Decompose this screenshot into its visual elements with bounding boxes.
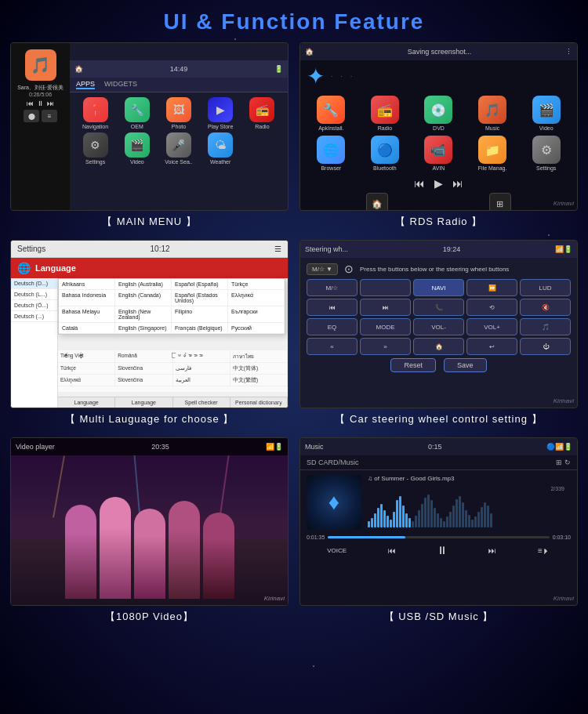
app-playstore[interactable]: ▶ Play Store <box>201 97 240 129</box>
btn-power[interactable]: ⏻ <box>520 338 571 355</box>
btn-repeat[interactable]: ⟲ <box>466 299 517 316</box>
dd-cell[interactable]: Bahasa Melayu <box>59 306 115 323</box>
dd-cell[interactable]: English (Australia) <box>115 279 172 290</box>
btn-home[interactable]: 🏠 <box>413 338 464 355</box>
progress-track[interactable] <box>328 536 549 538</box>
lang-cell[interactable]: 中文(繁體) <box>230 375 288 386</box>
steering-btns-1: M/☆ NAVI ⏩ LUD <box>307 279 571 296</box>
next-icon[interactable]: ⏭ <box>47 100 54 107</box>
dd-cell[interactable]: English (Canada) <box>115 290 172 306</box>
app-bluetooth[interactable]: 🔵 Bluetooth <box>361 136 410 171</box>
app-photo[interactable]: 🖼 Photo <box>159 97 198 129</box>
btn-next[interactable]: ⏭ <box>360 299 411 316</box>
btn-phone[interactable]: 📞 <box>413 299 464 316</box>
lang-cell[interactable]: العربية <box>173 375 230 386</box>
voice-label[interactable]: VOICE <box>327 547 347 554</box>
dd-cell[interactable]: Español (España) <box>172 279 228 290</box>
lang-cell[interactable]: Türkçe <box>58 363 115 375</box>
app-navigation[interactable]: 📍 Navigation <box>76 97 114 129</box>
prev-icon[interactable]: ⏮ <box>27 100 34 107</box>
btn-mstar[interactable]: M/☆ <box>307 279 358 296</box>
play-btn[interactable]: ⏸ <box>437 544 448 556</box>
dd-cell[interactable]: Català <box>59 323 115 334</box>
dd-cell[interactable]: Русский <box>228 323 285 334</box>
btn-rwnd[interactable]: « <box>307 338 358 355</box>
list-btn[interactable]: ≡⏵ <box>538 546 550 555</box>
app-settings[interactable]: ⚙ Settings <box>76 132 114 165</box>
dd-cell[interactable]: Ελληνικά <box>228 290 285 306</box>
bot-spell[interactable]: Spell checker <box>173 397 230 408</box>
lang-cell[interactable]: ภาษาไทย <box>230 350 288 363</box>
dd-cell[interactable]: Български <box>228 306 285 323</box>
dd-cell[interactable]: Español (Estados Unidos) <box>172 290 228 306</box>
lang-item[interactable]: Deutsch (Ö...) <box>11 300 57 311</box>
dd-row-1: Afrikaans English (Australia) Español (E… <box>59 279 285 290</box>
dd-cell[interactable]: Türkçe <box>228 279 285 290</box>
lang-cell[interactable]: Ελληνικά <box>58 375 115 386</box>
lang-cell[interactable]: Slovenčina <box>115 375 172 386</box>
app-settings-rds[interactable]: ⚙ Settings <box>521 136 571 171</box>
btn-navi[interactable]: NAVI <box>413 279 464 296</box>
btn-fwd[interactable]: » <box>360 338 411 355</box>
btn-lud[interactable]: LUD <box>520 279 571 296</box>
page-title: UI & Function Feature <box>0 0 588 42</box>
dd-cell[interactable]: Afrikaans <box>59 279 115 290</box>
tab-widgets[interactable]: WIDGETS <box>104 80 137 89</box>
btn-mute[interactable]: 🔇 <box>520 299 571 316</box>
lang-item[interactable]: Deutsch (...) <box>11 311 57 322</box>
menu-btn[interactable]: ≡ <box>42 110 57 122</box>
next-ctrl[interactable]: ⏭ <box>452 177 463 190</box>
app-voice[interactable]: 🎤 Voice Sea.. <box>159 132 198 165</box>
app-apkinstall[interactable]: 🔧 ApkInstall. <box>307 96 356 131</box>
app-filemanager[interactable]: 📁 File Manag. <box>468 136 517 171</box>
reset-btn[interactable]: Reset <box>390 358 436 372</box>
btn-menu[interactable]: ⊞ <box>489 193 511 211</box>
dd-cell[interactable]: Bahasa Indonesia <box>59 290 115 306</box>
app-dvd[interactable]: 💿 DVD <box>414 96 463 131</box>
lang-cell[interactable]: 中文(简体) <box>230 363 288 375</box>
btn-bt[interactable]: 🎵 <box>520 318 571 335</box>
btn-back[interactable]: ↩ <box>466 338 517 355</box>
app-weather[interactable]: 🌤 Weather <box>201 132 240 165</box>
btn-ff[interactable]: ⏩ <box>466 279 517 296</box>
steering-btns-3: EQ MODE VOL- VOL+ 🎵 <box>307 318 571 335</box>
next-btn[interactable]: ⏭ <box>488 546 496 555</box>
mode-selector[interactable]: M/☆ ▼ <box>307 263 338 275</box>
app-browser[interactable]: 🌐 Browser <box>307 136 356 171</box>
btn-mode[interactable]: MODE <box>360 318 411 335</box>
app-radio-rds[interactable]: 📻 Radio <box>361 96 410 131</box>
dd-cell[interactable]: English (New Zealand) <box>115 306 172 323</box>
lang-cell[interactable]: Tiếng Việt <box>58 350 115 363</box>
app-radio[interactable]: 📻 Radio <box>243 97 281 129</box>
tab-apps[interactable]: APPS <box>76 80 95 89</box>
app-music[interactable]: 🎵 Music <box>468 96 517 131</box>
mode-row: M/☆ ▼ ⊙ Press the buttons below or the s… <box>307 263 571 275</box>
app-video[interactable]: 🎬 Video <box>118 132 156 165</box>
dd-cell[interactable]: Français (Belgique) <box>172 323 228 334</box>
btn-volu[interactable]: VOL+ <box>466 318 517 335</box>
play-ctrl[interactable]: ▶ <box>434 177 443 190</box>
lang-cell[interactable]: فارسی <box>173 363 230 375</box>
btn-vold[interactable]: VOL- <box>413 318 464 335</box>
app-avin[interactable]: 📹 AVIN <box>414 136 463 171</box>
bot-language2[interactable]: Language <box>115 397 172 408</box>
lang-cell[interactable]: Slovenčina <box>115 363 172 375</box>
app-video-rds[interactable]: 🎬 Video <box>521 96 571 131</box>
btn-home[interactable]: 🏠 <box>366 193 388 211</box>
app-oem[interactable]: 🔧 OEM <box>118 97 156 129</box>
pause-icon[interactable]: ⏸ <box>37 100 44 107</box>
back-btn[interactable]: ⬤ <box>24 110 39 122</box>
bot-language[interactable]: Language <box>58 397 115 408</box>
dd-cell[interactable]: English (Singapore) <box>115 323 172 334</box>
app-label: Play Store <box>208 124 233 129</box>
lang-cell[interactable]: Română <box>115 350 172 363</box>
prev-btn[interactable]: ⏮ <box>388 546 396 555</box>
dd-cell[interactable]: Filipino <box>172 306 228 323</box>
lang-item[interactable]: Deutsch (L...) <box>11 289 57 300</box>
lang-cell[interactable]: မြန်မာဘာသာ <box>173 350 230 363</box>
prev-ctrl[interactable]: ⏮ <box>414 177 425 190</box>
lang-item[interactable]: Deutsch (D...) <box>11 278 57 289</box>
btn-eq[interactable]: EQ <box>307 318 358 335</box>
btn-prev[interactable]: ⏮ <box>307 299 358 316</box>
save-btn[interactable]: Save <box>444 358 487 372</box>
